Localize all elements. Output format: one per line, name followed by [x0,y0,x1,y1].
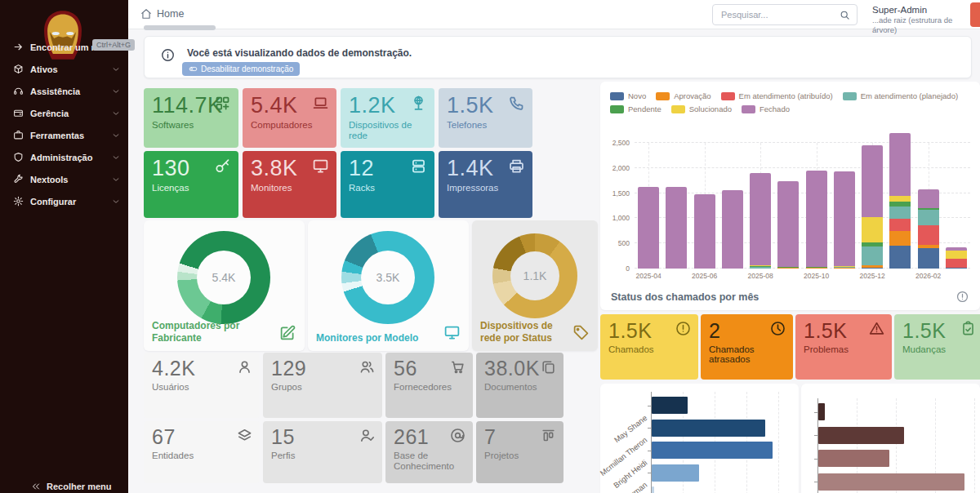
stat-card-computadores[interactable]: 5.4K Computadores [243,88,336,148]
sidebar-item-assistencia[interactable]: Assistência [0,80,128,102]
bar-segment[interactable] [889,246,911,269]
tile-grupos[interactable]: 129 Grupos [263,353,382,418]
kanban-icon [541,428,556,443]
bar-segment[interactable] [889,207,911,219]
legend-item[interactable]: Em atendimento (atribuído) [721,91,833,100]
sidebar-item-gerencia[interactable]: Gerência [0,102,128,124]
h-bar[interactable] [652,486,654,493]
tile-perfis[interactable]: 15 Perfis [263,421,382,483]
h-bar[interactable] [818,450,889,467]
bar-segment[interactable] [862,265,883,268]
bar-segment[interactable] [946,259,967,268]
donut-card-dispositivos-status[interactable]: 1.1K Dispositivos de rede por Status [472,220,598,351]
bar-segment[interactable] [694,194,715,269]
bar-segment[interactable] [946,251,967,258]
user-menu[interactable]: Super-Admin ...ade raiz (estrutura de ár… [872,4,969,35]
legend-item[interactable]: Fechado [742,104,790,113]
bar-segment[interactable] [750,173,771,266]
avatar[interactable] [970,2,980,27]
bar-segment[interactable] [918,248,939,269]
tile-usuarios[interactable]: 4.2K Usuários [144,353,260,418]
donut-card-monitores-modelo[interactable]: 3.5K Monitores por Modelo [308,220,469,351]
sidebar-item-nextools[interactable]: Nextools [0,168,128,190]
sidebar-item-ativos[interactable]: Ativos [0,58,128,80]
find-menu-item[interactable]: Encontrar um menu Ctrl+Alt+G [0,36,128,58]
bar-segment[interactable] [750,267,771,269]
tile-base-conhecimento[interactable]: 261 Base de Conhecimento [385,421,473,483]
bar-segment[interactable] [889,219,911,231]
bar-segment[interactable] [862,242,883,247]
stat-card-racks[interactable]: 12 Racks [341,151,434,218]
bar-segment[interactable] [889,133,911,196]
h-bar[interactable] [652,420,765,437]
bar-segment[interactable] [889,196,911,202]
tile-documentos[interactable]: 38.0K Documentos [476,353,564,418]
bar-segment[interactable] [862,145,883,216]
bar-segment[interactable] [666,187,687,269]
bar-segment[interactable] [918,208,939,210]
status-card-problemas[interactable]: 1.5K Problemas [795,314,892,380]
h-bar[interactable] [652,397,688,414]
stat-card-monitores[interactable]: 3.8K Monitores [243,151,336,218]
bar-segment[interactable] [834,267,855,268]
clipboard-check-icon [960,321,976,336]
stat-card-impressoras[interactable]: 1.4K Impressoras [439,151,532,218]
bar-segment[interactable] [638,187,659,269]
sidebar-item-administracao[interactable]: Administração [0,146,128,168]
bar-segment[interactable] [806,171,827,267]
bar-segment[interactable] [862,217,883,242]
bar-segment[interactable] [862,246,883,265]
sidebar-item-configurar[interactable]: Configurar [0,190,128,212]
status-card-chamados[interactable]: 1.5K Chamados [600,314,698,380]
legend-item[interactable]: Pendente [610,104,662,113]
legend-item[interactable]: Novo [610,91,646,100]
categories-bar-chart-card[interactable] [801,384,980,493]
bar-segment[interactable] [918,210,939,224]
donut-card-computadores-fabricante[interactable]: 5.4K Computadores por Fabricante [144,220,305,351]
bar-segment[interactable] [889,231,911,246]
search-icon[interactable] [840,10,850,20]
h-bar[interactable] [818,427,904,444]
search-input[interactable] [719,9,840,20]
status-card-mudancas[interactable]: 1.5K Mudanças [894,314,980,380]
bar-segment[interactable] [889,202,911,207]
requesters-bar-chart-card[interactable]: May ShaneMcmillan TheronBright HeidiBond… [600,384,799,493]
legend-item[interactable]: Em atendimento (planejado) [843,91,958,100]
stacked-bar-plot[interactable]: 2025-042025-062025-082025-102025-122026-… [635,143,970,269]
bar-segment[interactable] [946,268,967,269]
status-card-chamados-atrasados[interactable]: 2 Chamados atrasados [701,314,793,380]
bar-segment[interactable] [750,266,771,267]
bar-segment[interactable] [918,189,939,208]
h-bar[interactable] [818,403,825,420]
tile-entidades[interactable]: 67 Entidades [144,421,260,483]
bar-segment[interactable] [750,265,771,266]
tile-projetos[interactable]: 7 Projetos [476,421,564,483]
stat-card-softwares[interactable]: 114.7K Softwares [144,88,238,148]
bar-segment[interactable] [946,247,967,251]
scrollbar-thumb[interactable] [144,25,216,30]
legend-item[interactable]: Aprovação [656,91,710,100]
collapse-menu-button[interactable]: Recolher menu [0,482,128,491]
tile-fornecedores[interactable]: 56 Fornecedores [385,353,473,418]
stat-card-dispositivos[interactable]: 1.2K Dispositivos de rede [341,88,434,148]
sidebar-item-ferramentas[interactable]: Ferramentas [0,124,128,146]
bar-segment[interactable] [722,190,743,269]
breadcrumb[interactable]: Home [140,8,184,20]
tickets-by-month-chart-card[interactable]: NovoAprovaçãoEm atendimento (atribuído)E… [600,82,980,310]
alert-circle-icon[interactable] [956,291,969,303]
chevron-down-icon [112,153,120,162]
h-bar[interactable] [652,464,699,482]
legend-item[interactable]: Solucionado [671,104,732,113]
h-bar[interactable] [818,473,964,491]
chevron-down-icon [112,198,120,206]
bar-segment[interactable] [777,181,799,267]
bar-segment[interactable] [918,245,939,249]
stat-card-telefones[interactable]: 1.5K Telefones [439,88,532,148]
h-bar[interactable] [652,442,773,459]
bar-segment[interactable] [918,225,939,245]
box-icon [13,64,24,74]
bar-segment[interactable] [834,171,855,266]
disable-demo-button[interactable]: Desabilitar demonstração [182,62,300,76]
stat-card-licencas[interactable]: 130 Licenças [144,151,238,218]
donut-title: Monitores por Modelo [316,332,437,344]
